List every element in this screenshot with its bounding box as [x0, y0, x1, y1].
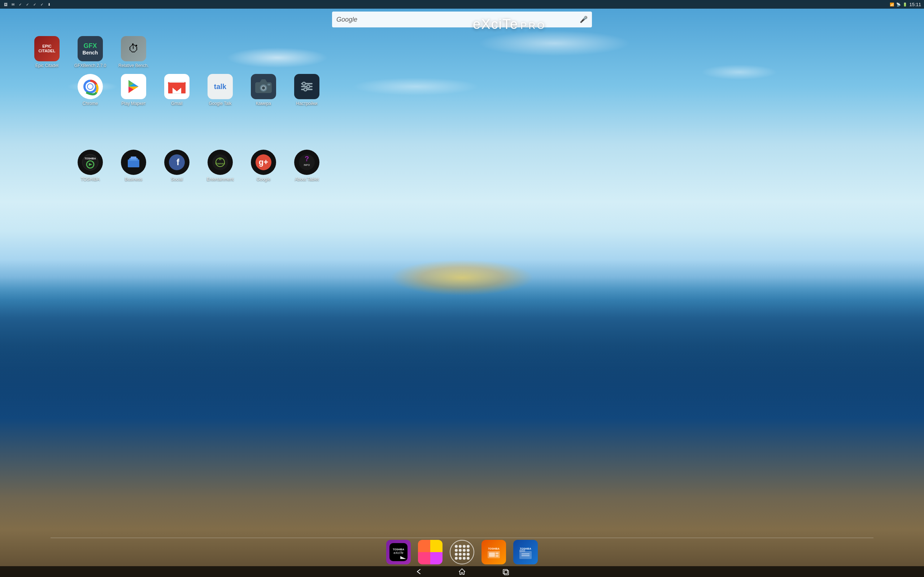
excite-text: eXciTe [473, 16, 493, 32]
relative-bench-label: Relative Bench. [118, 63, 149, 68]
svg-text:g+: g+ [259, 158, 268, 167]
google-label: Google [257, 177, 271, 182]
svg-text:INFO: INFO [304, 164, 310, 166]
app-gmail[interactable]: Gmail [159, 74, 195, 106]
bottom-apps-row: TOSHIBA TOSHIBA Business f Soc [72, 150, 325, 182]
app-google[interactable]: g+ Google [246, 150, 281, 182]
app-epic-citadel[interactable]: EPICCITADEL Epic Citadel [29, 36, 65, 68]
svg-point-18 [307, 85, 310, 88]
beach-layer [0, 259, 493, 277]
svg-text:?: ? [305, 155, 309, 163]
check4-icon: ✓ [39, 2, 45, 7]
svg-rect-28 [131, 156, 136, 160]
app-business[interactable]: Business [115, 150, 152, 182]
svg-text:TOSHIBA: TOSHIBA [84, 157, 96, 160]
search-bar[interactable]: Google 🎤 [332, 11, 493, 27]
check1-icon: ✓ [17, 2, 23, 7]
entertainment-label: Entertainment [207, 177, 234, 182]
download-icon: ⬇ [46, 2, 52, 7]
about-tablet-label: About Tablet [295, 177, 319, 182]
check2-icon: ✓ [24, 2, 30, 7]
check3-icon: ✓ [32, 2, 37, 7]
app-chrome[interactable]: Chrome [72, 74, 108, 106]
svg-rect-13 [267, 84, 270, 85]
toshiba-label: TOSHIBA [81, 177, 100, 182]
app-gfxbench[interactable]: GFX Bench GFXBench 2.7.0 [72, 36, 108, 68]
app-toshiba[interactable]: TOSHIBA TOSHIBA [72, 150, 108, 182]
app-entertainment[interactable]: W Games Entertainment [202, 150, 238, 182]
epic-citadel-label: Epic Citadel [36, 63, 58, 68]
status-icons-left: 🖼 ✉ ✓ ✓ ✓ ✓ ⬇ [3, 2, 52, 7]
svg-point-19 [304, 88, 307, 91]
svg-point-17 [302, 82, 305, 85]
app-relative-bench[interactable]: ⏱ Relative Bench. [115, 36, 152, 68]
svg-point-12 [262, 87, 265, 89]
business-label: Business [125, 177, 142, 182]
app-google-talk[interactable]: talk Google Talk [202, 74, 238, 106]
app-about-tablet[interactable]: ? INFO About Tablet [289, 150, 325, 182]
svg-text:f: f [176, 157, 180, 167]
camera-label: Камера [256, 101, 271, 106]
chrome-label: Chrome [82, 101, 98, 106]
google-talk-label: Google Talk [208, 101, 231, 106]
gfxbench-label: GFXBench 2.7.0 [74, 63, 107, 68]
status-bar: 🖼 ✉ ✓ ✓ ✓ ✓ ⬇ 📶 📡 🔋 15:11 [0, 0, 493, 9]
settings-label: Настройки [296, 101, 318, 106]
photo-icon: 🖼 [3, 2, 9, 7]
middle-apps-row: Chrome [72, 74, 325, 106]
excite-pro-logo: eXciTe PRO [473, 16, 493, 32]
email-icon: ✉ [10, 2, 16, 7]
app-social[interactable]: f Social [159, 150, 195, 182]
app-play-market[interactable]: Play Маркет [115, 74, 152, 106]
social-label: Social [171, 177, 183, 182]
play-market-label: Play Маркет [121, 101, 145, 106]
top-apps-row: EPICCITADEL Epic Citadel GFX Bench GFXBe… [29, 36, 152, 68]
search-google-label: Google [336, 16, 493, 23]
app-settings[interactable]: Настройки [289, 74, 325, 106]
app-camera[interactable]: Камера [246, 74, 281, 106]
svg-point-3 [88, 84, 93, 89]
gmail-label: Gmail [171, 101, 182, 106]
